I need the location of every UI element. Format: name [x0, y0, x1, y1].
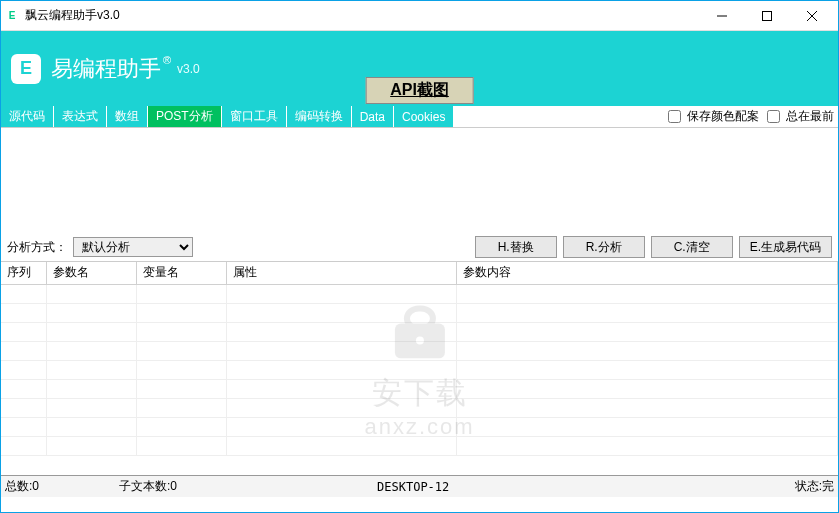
tab-cookies[interactable]: Cookies: [394, 106, 454, 127]
table-row[interactable]: [1, 417, 838, 436]
keep-color-checkbox[interactable]: [668, 110, 681, 123]
status-subtext: 子文本数:0: [119, 478, 177, 495]
params-table: 序列 参数名 变量名 属性 参数内容: [1, 262, 838, 456]
input-area[interactable]: [1, 128, 838, 233]
table-header-row: 序列 参数名 变量名 属性 参数内容: [1, 262, 838, 284]
keep-color-text: 保存颜色配案: [687, 108, 759, 125]
api-screenshot-button[interactable]: API截图: [365, 77, 474, 104]
status-total: 总数:0: [5, 478, 39, 495]
minimize-button[interactable]: [699, 2, 744, 30]
always-top-checkbox[interactable]: [767, 110, 780, 123]
table-row[interactable]: [1, 341, 838, 360]
window-title: 飘云编程助手v3.0: [25, 7, 699, 24]
table-row[interactable]: [1, 322, 838, 341]
controls-row: 分析方式： 默认分析 H.替换 R.分析 C.清空 E.生成易代码: [1, 233, 838, 261]
table-row[interactable]: [1, 379, 838, 398]
replace-button[interactable]: H.替换: [475, 236, 557, 258]
table-area: 安下载 anxz.com 序列 参数名 变量名 属性 参数内容: [1, 261, 838, 475]
always-top-checkbox-label[interactable]: 总在最前: [763, 106, 838, 127]
close-button[interactable]: [789, 2, 834, 30]
table-row[interactable]: [1, 436, 838, 455]
col-content[interactable]: 参数内容: [456, 262, 838, 284]
col-var-name[interactable]: 变量名: [136, 262, 226, 284]
tab-window-tools[interactable]: 窗口工具: [222, 106, 287, 127]
tab-post-analysis[interactable]: POST分析: [148, 106, 222, 127]
tab-data[interactable]: Data: [352, 106, 394, 127]
tab-spacer: [454, 106, 664, 127]
table-row[interactable]: [1, 398, 838, 417]
always-top-text: 总在最前: [786, 108, 834, 125]
logo-version: v3.0: [177, 62, 200, 76]
window-controls: [699, 2, 834, 30]
tab-expression[interactable]: 表达式: [54, 106, 107, 127]
method-select[interactable]: 默认分析: [73, 237, 193, 257]
status-bar: 总数:0 子文本数:0 DESKTOP-12 状态:完: [1, 475, 838, 497]
logo-registered: ®: [163, 54, 171, 66]
col-index[interactable]: 序列: [1, 262, 46, 284]
tab-encoding[interactable]: 编码转换: [287, 106, 352, 127]
table-row[interactable]: [1, 303, 838, 322]
maximize-button[interactable]: [744, 2, 789, 30]
col-attr[interactable]: 属性: [226, 262, 456, 284]
titlebar: E 飘云编程助手v3.0: [1, 1, 838, 31]
svg-rect-1: [762, 11, 771, 20]
logo-text: 易编程助手 ® v3.0: [51, 54, 200, 84]
status-state: 状态:完: [795, 478, 834, 495]
tab-bar: 源代码 表达式 数组 POST分析 窗口工具 编码转换 Data Cookies…: [1, 106, 838, 128]
header-banner: E 易编程助手 ® v3.0 API截图: [1, 31, 838, 106]
col-param-name[interactable]: 参数名: [46, 262, 136, 284]
logo-icon: E: [11, 54, 41, 84]
generate-button[interactable]: E.生成易代码: [739, 236, 832, 258]
app-icon: E: [5, 9, 19, 23]
clear-button[interactable]: C.清空: [651, 236, 733, 258]
logo-name: 易编程助手: [51, 54, 161, 84]
method-label: 分析方式：: [7, 239, 67, 256]
keep-color-checkbox-label[interactable]: 保存颜色配案: [664, 106, 763, 127]
analyze-button[interactable]: R.分析: [563, 236, 645, 258]
table-row[interactable]: [1, 284, 838, 303]
tab-array[interactable]: 数组: [107, 106, 148, 127]
tab-source[interactable]: 源代码: [1, 106, 54, 127]
status-desktop: DESKTOP-12: [377, 480, 449, 494]
table-row[interactable]: [1, 360, 838, 379]
